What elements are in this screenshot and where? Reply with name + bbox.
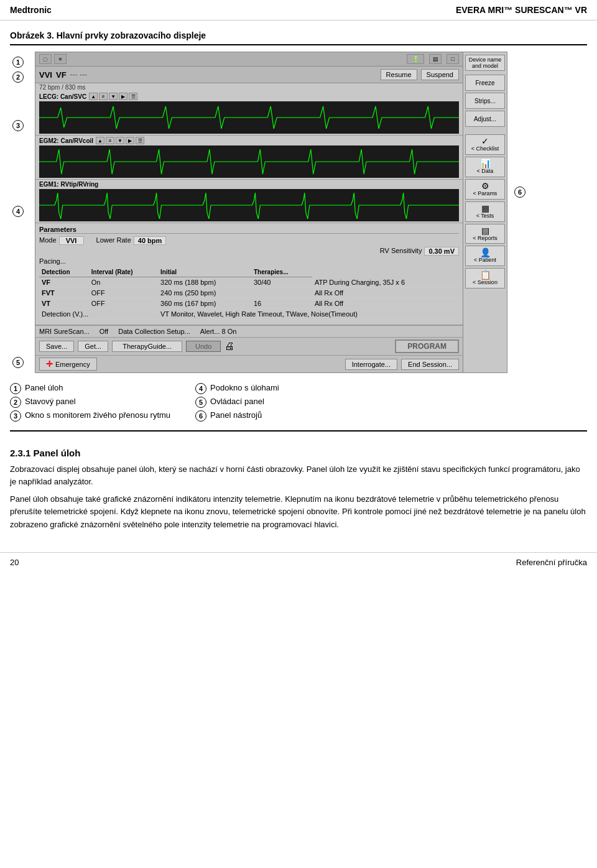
rv-sensitivity-label: RV Sensitivity — [380, 247, 422, 256]
save-button[interactable]: Save... — [39, 341, 74, 352]
params-title: Parameters — [39, 226, 459, 234]
cell-vt-therapies: All Rx Off — [312, 298, 459, 309]
annotation-2: 2 Stavový panel — [10, 397, 170, 408]
params-button[interactable]: ⚙ < Params — [465, 179, 505, 200]
dashes-label: --- --- — [70, 70, 87, 79]
strips-button[interactable]: Strips... — [465, 93, 505, 109]
cell-detection-v: Detection (V.)... — [39, 309, 158, 320]
ecg-wave-egm1 — [39, 189, 459, 221]
patient-button[interactable]: 👤 < Patient — [465, 246, 505, 266]
mode-vvi-label: VVI — [39, 70, 52, 80]
resume-button[interactable]: Resume — [381, 69, 417, 80]
params-row-1: Mode VVI Lower Rate 40 bpm — [39, 236, 459, 245]
lecg-ctrl-fwd[interactable]: ▶ — [119, 93, 127, 100]
egm2-ctrl-fwd[interactable]: ▶ — [126, 137, 134, 144]
data-button[interactable]: 📊 < Data — [465, 157, 505, 177]
annotation-6: 6 Panel nástrojů — [195, 410, 279, 422]
lecg-ctrl-dn[interactable]: ▼ — [109, 93, 118, 100]
printer-icon[interactable]: 🖨 — [224, 341, 234, 352]
ecg-channel-egm2-header: EGM2: Can/RVcoil ▲ ≡ ▼ ▶ ☰ — [39, 137, 459, 144]
get-button[interactable]: Get... — [78, 341, 108, 352]
detection-header-row: Detection Interval (Rate) Initial Therap… — [39, 267, 459, 277]
checklist-label: < Checklist — [471, 146, 499, 152]
figure-title: Obrázek 3. Hlavní prvky zobrazovacího di… — [10, 30, 587, 45]
interrogate-button[interactable]: Interrogate... — [345, 359, 397, 370]
lecg-ctrl-up[interactable]: ▲ — [89, 93, 98, 100]
table-row: VT OFF 360 ms (167 bpm) 16 All Rx Off — [39, 298, 459, 309]
freeze-button[interactable]: Freeze — [465, 75, 505, 91]
signal-icon: ▤ — [429, 54, 442, 64]
tests-icon: ▦ — [481, 204, 489, 213]
mode-param: Mode VVI — [39, 236, 84, 245]
device-name-box: Device name and model — [465, 55, 505, 71]
cell-vf-detection: VF — [39, 277, 89, 288]
section-paragraph-2: Panel úloh obsahuje také grafické znázor… — [10, 493, 587, 530]
pacing-label: Pacing... — [39, 257, 66, 265]
reports-icon: ▤ — [481, 226, 489, 235]
mri-label: MRI SureScan... — [39, 328, 90, 335]
cell-vt-initial: 16 — [251, 298, 312, 309]
cell-fvt-detection: FVT — [39, 288, 89, 298]
cell-detection-v-value: VT Monitor, Wavelet, High Rate Timeout, … — [158, 309, 459, 320]
col-interval: Interval (Rate) — [89, 267, 158, 277]
egm2-controls: ▲ ≡ ▼ ▶ ☰ — [96, 137, 144, 144]
cell-vt-off: OFF — [89, 298, 158, 309]
reports-label: < Reports — [473, 236, 497, 242]
lower-rate-label: Lower Rate — [96, 236, 131, 245]
program-button[interactable]: PROGRAM — [395, 339, 459, 353]
mri-value: Off — [100, 328, 108, 335]
table-row: Detection (V.)... VT Monitor, Wavelet, H… — [39, 309, 459, 320]
lecg-ctrl-eq[interactable]: ≡ — [99, 93, 108, 100]
brand-label: Medtronic — [10, 5, 52, 15]
toolbar-divider-1 — [465, 129, 505, 132]
egm2-ctrl-dn[interactable]: ▼ — [116, 137, 124, 144]
end-session-button[interactable]: End Session... — [401, 359, 459, 370]
lower-rate-value: 40 bpm — [134, 236, 167, 245]
params-row-rv: RV Sensitivity 0.30 mV — [39, 247, 459, 256]
emergency-button[interactable]: ✛ Emergency — [39, 358, 97, 371]
product-label: EVERA MRI™ SURESCAN™ VR — [456, 5, 587, 15]
page-number: 20 — [10, 558, 19, 567]
cell-vf-initial: 30/40 — [251, 277, 312, 288]
cell-fvt-off: OFF — [89, 288, 158, 298]
table-row: VF On 320 ms (188 bpm) 30/40 ATP During … — [39, 277, 459, 288]
btn-row: Save... Get... TherapyGuide... Undo 🖨 PR… — [35, 338, 463, 356]
egm2-ctrl-eq[interactable]: ≡ — [106, 137, 114, 144]
annotation-4-text: Podokno s úlohami — [210, 383, 279, 394]
tests-button[interactable]: ▦ < Tests — [465, 201, 505, 222]
annotation-2-text: Stavový panel — [25, 397, 76, 408]
params-row-pacing: Pacing... — [39, 257, 459, 265]
annotation-6-text: Panel nástrojů — [210, 410, 262, 422]
adjust-button[interactable]: Adjust... — [465, 111, 505, 127]
info-bar: MRI SureScan... Off Data Collection Setu… — [35, 325, 463, 338]
lecg-ctrl-menu[interactable]: ☰ — [129, 93, 137, 100]
col-detection: Detection — [39, 267, 89, 277]
checklist-button[interactable]: ✓ < Checklist — [465, 134, 505, 155]
emergency-row: ✛ Emergency Interrogate... End Session..… — [35, 356, 463, 372]
device-wrapper: 1 2 3 4 ◌ ≡ 🔋 ▤ □ — [35, 52, 587, 373]
rv-sensitivity-param: RV Sensitivity 0.30 mV — [380, 247, 459, 256]
annotation-5: 5 Ovládací panel — [195, 397, 279, 408]
egm2-ctrl-menu[interactable]: ☰ — [136, 137, 144, 144]
col-therapies: Therapies... — [251, 267, 312, 277]
mode-label: Mode — [39, 236, 57, 245]
egm2-ctrl-up[interactable]: ▲ — [96, 137, 104, 144]
cell-vt-interval: 360 ms (167 bpm) — [158, 298, 251, 309]
therapy-guide-button[interactable]: TherapyGuide... — [112, 341, 182, 352]
ecg-wave-lecg — [39, 101, 459, 134]
cell-vf-on: On — [89, 277, 158, 288]
data-icon: 📊 — [480, 159, 491, 168]
ecg-channel-lecg: LECG: Can/SVC ▲ ≡ ▼ ▶ ☰ — [35, 91, 463, 136]
session-button[interactable]: 📋 < Session — [465, 268, 505, 289]
bars-icon: ≡ — [54, 54, 67, 64]
num-1: 1 — [12, 57, 24, 68]
vf-label: VF — [56, 70, 67, 80]
num-5-label: 5 — [12, 357, 24, 368]
annotation-5-text: Ovládací panel — [210, 397, 264, 408]
suspend-button[interactable]: Suspend — [421, 69, 459, 80]
ecg-wave-egm2-svg — [39, 145, 459, 178]
reports-button[interactable]: ▤ < Reports — [465, 224, 505, 244]
ecg-channel-egm1: EGM1: RVtip/RVring — [35, 180, 463, 223]
ecg-wave-egm1-svg — [39, 189, 459, 221]
undo-button[interactable]: Undo — [186, 341, 221, 352]
